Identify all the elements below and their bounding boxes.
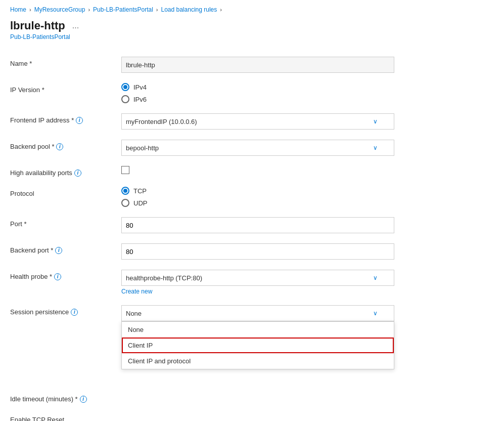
port-label: Port * — [10, 217, 121, 228]
breadcrumb-resource-group[interactable]: MyResourceGroup — [34, 6, 85, 13]
session-option-none[interactable]: None — [122, 322, 394, 338]
session-persistence-label: Session persistence i — [10, 305, 121, 316]
health-probe-info-icon[interactable]: i — [54, 273, 61, 280]
frontend-ip-dropdown[interactable]: myFrontendIP (10.0.0.6) ∨ — [121, 113, 394, 130]
form-container: Name * IP Version * IPv4 IPv6 — [0, 47, 404, 421]
health-probe-control: healthprobe-http (TCP:80) ∨ Create new — [121, 270, 394, 295]
udp-radio-circle[interactable] — [121, 199, 129, 207]
frontend-ip-value: myFrontendIP (10.0.0.6) — [126, 118, 197, 125]
ha-ports-row: High availability ports i — [10, 161, 394, 182]
backend-pool-info-icon[interactable]: i — [56, 143, 63, 150]
ipv4-label: IPv4 — [133, 83, 147, 91]
session-persistence-row: Session persistence i None ∨ None Client… — [10, 300, 394, 326]
protocol-radio-group: TCP UDP — [121, 187, 394, 207]
idle-timeout-info-icon[interactable]: i — [80, 396, 87, 403]
ip-version-label: IP Version * — [10, 83, 121, 94]
ip-version-row: IP Version * IPv4 IPv6 — [10, 78, 394, 108]
breadcrumb-sep-2: › — [88, 7, 90, 13]
backend-port-info-icon[interactable]: i — [55, 247, 62, 254]
name-input[interactable] — [121, 57, 394, 73]
ipv4-radio-circle[interactable] — [121, 83, 129, 91]
name-control — [121, 57, 394, 73]
protocol-label: Protocol — [10, 187, 121, 197]
session-persistence-dropdown-menu: None Client IP Client IP and protocol — [121, 321, 394, 369]
backend-pool-value: bepool-http — [126, 144, 159, 152]
backend-pool-dropdown-arrow: ∨ — [373, 144, 378, 151]
backend-pool-dropdown[interactable]: bepool-http ∨ — [121, 140, 394, 156]
session-persistence-dropdown-arrow: ∨ — [373, 310, 378, 317]
ha-ports-label: High availability ports i — [10, 166, 121, 177]
enable-tcp-label: Enable TCP Reset — [10, 413, 121, 421]
protocol-control: TCP UDP — [121, 187, 394, 207]
page-header: lbrule-http ... Pub-LB-PatientsPortal — [0, 17, 504, 47]
session-persistence-value: None — [126, 310, 142, 317]
backend-port-control — [121, 243, 394, 260]
ha-ports-info-icon[interactable]: i — [74, 170, 81, 177]
tcp-radio[interactable]: TCP — [121, 187, 394, 195]
health-probe-dropdown[interactable]: healthprobe-http (TCP:80) ∨ — [121, 270, 394, 286]
ha-ports-checkbox[interactable] — [121, 166, 129, 174]
udp-radio[interactable]: UDP — [121, 199, 394, 207]
ha-ports-checkbox-container — [121, 166, 394, 174]
breadcrumb: Home › MyResourceGroup › Pub-LB-Patients… — [0, 0, 504, 17]
session-persistence-dropdown[interactable]: None ∨ — [121, 305, 394, 321]
page-title: lbrule-http — [10, 19, 65, 32]
breadcrumb-lb[interactable]: Pub-LB-PatientsPortal — [93, 6, 153, 13]
idle-timeout-label: Idle timeout (minutes) * i — [10, 392, 121, 403]
port-input[interactable] — [121, 217, 394, 233]
ip-version-radio-group: IPv4 IPv6 — [121, 83, 394, 103]
breadcrumb-sep-4: › — [220, 7, 222, 13]
protocol-row: Protocol TCP UDP — [10, 182, 394, 212]
session-persistence-control: None ∨ None Client IP Client IP and prot… — [121, 305, 394, 321]
backend-port-label: Backend port * i — [10, 243, 121, 254]
port-control — [121, 217, 394, 233]
ellipsis-button[interactable]: ... — [69, 20, 82, 31]
breadcrumb-lb-rules[interactable]: Load balancing rules — [161, 6, 217, 13]
frontend-ip-row: Frontend IP address * i myFrontendIP (10… — [10, 108, 394, 135]
name-row: Name * — [10, 52, 394, 78]
session-option-client-ip[interactable]: Client IP — [122, 338, 394, 353]
frontend-ip-info-icon[interactable]: i — [76, 117, 83, 124]
frontend-ip-control: myFrontendIP (10.0.0.6) ∨ — [121, 113, 394, 130]
backend-pool-row: Backend pool * i bepool-http ∨ — [10, 135, 394, 161]
port-row: Port * — [10, 212, 394, 238]
backend-port-input[interactable] — [121, 243, 394, 260]
name-label: Name * — [10, 57, 121, 67]
ha-ports-control — [121, 166, 394, 174]
breadcrumb-sep-1: › — [29, 7, 31, 13]
ipv6-radio-circle[interactable] — [121, 95, 129, 103]
health-probe-dropdown-arrow: ∨ — [373, 274, 378, 281]
frontend-ip-label: Frontend IP address * i — [10, 113, 121, 124]
health-probe-row: Health probe * i healthprobe-http (TCP:8… — [10, 265, 394, 300]
breadcrumb-sep-3: › — [156, 7, 158, 13]
backend-pool-label: Backend pool * i — [10, 140, 121, 150]
breadcrumb-home[interactable]: Home — [10, 6, 26, 13]
health-probe-label: Health probe * i — [10, 270, 121, 280]
health-probe-value: healthprobe-http (TCP:80) — [126, 274, 202, 282]
idle-timeout-row: Idle timeout (minutes) * i — [10, 387, 394, 408]
tcp-radio-circle[interactable] — [121, 187, 129, 195]
create-new-link[interactable]: Create new — [121, 288, 394, 295]
enable-tcp-row: Enable TCP Reset — [10, 408, 394, 421]
session-persistence-info-icon[interactable]: i — [71, 309, 78, 316]
session-option-client-ip-protocol[interactable]: Client IP and protocol — [122, 353, 394, 369]
frontend-ip-dropdown-arrow: ∨ — [373, 118, 378, 125]
ipv6-label: IPv6 — [133, 96, 147, 103]
ipv4-radio[interactable]: IPv4 — [121, 83, 394, 91]
backend-pool-control: bepool-http ∨ — [121, 140, 394, 156]
backend-port-row: Backend port * i — [10, 238, 394, 265]
udp-label: UDP — [133, 199, 147, 207]
ip-version-control: IPv4 IPv6 — [121, 83, 394, 103]
page-subtitle[interactable]: Pub-LB-PatientsPortal — [10, 33, 494, 40]
tcp-label: TCP — [133, 187, 147, 195]
ipv6-radio[interactable]: IPv6 — [121, 95, 394, 103]
